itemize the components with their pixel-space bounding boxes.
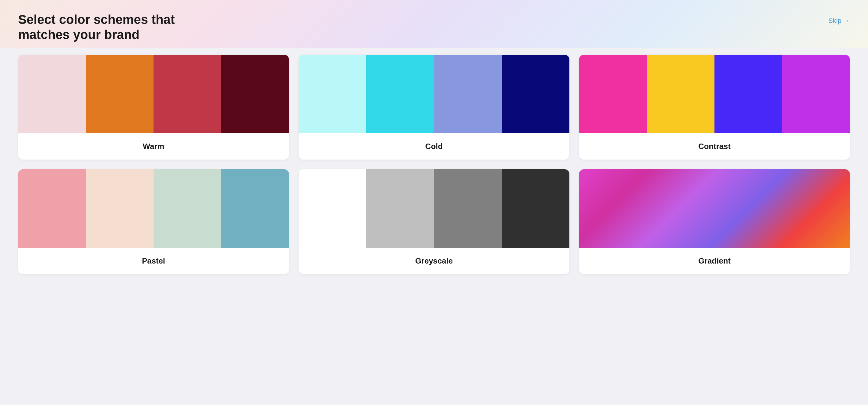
swatch-0 xyxy=(18,169,86,248)
scheme-label-pastel: Pastel xyxy=(18,248,289,274)
scheme-label-greyscale: Greyscale xyxy=(299,248,569,274)
swatch-row xyxy=(579,55,850,133)
swatch-0 xyxy=(579,55,647,133)
swatch-1 xyxy=(647,55,714,133)
swatch-3 xyxy=(782,55,850,133)
color-scheme-grid: Warm Cold Contrast Pastel Greyscale Grad… xyxy=(18,55,850,274)
swatch-row xyxy=(18,169,289,248)
swatch-2 xyxy=(434,169,502,248)
color-scheme-greyscale[interactable]: Greyscale xyxy=(299,169,569,274)
gradient-swatch xyxy=(579,169,850,248)
scheme-label-gradient: Gradient xyxy=(579,248,850,274)
scheme-label-contrast: Contrast xyxy=(579,133,850,160)
swatch-0 xyxy=(299,169,366,248)
swatch-3 xyxy=(502,55,569,133)
swatch-3 xyxy=(502,169,569,248)
color-scheme-warm[interactable]: Warm xyxy=(18,55,289,160)
swatch-2 xyxy=(434,55,502,133)
swatch-1 xyxy=(86,169,154,248)
color-scheme-cold[interactable]: Cold xyxy=(299,55,569,160)
scheme-label-cold: Cold xyxy=(299,133,569,160)
swatch-row xyxy=(18,55,289,133)
swatch-0 xyxy=(299,55,366,133)
color-scheme-contrast[interactable]: Contrast xyxy=(579,55,850,160)
swatch-0 xyxy=(18,55,86,133)
swatch-2 xyxy=(154,169,221,248)
swatch-3 xyxy=(221,55,289,133)
swatch-1 xyxy=(366,169,434,248)
skip-button[interactable]: Skip → xyxy=(829,14,850,27)
color-scheme-gradient[interactable]: Gradient xyxy=(579,169,850,274)
swatch-1 xyxy=(86,55,154,133)
scheme-label-warm: Warm xyxy=(18,133,289,160)
page-title: Select color schemes that matches your b… xyxy=(18,12,199,42)
swatch-2 xyxy=(714,55,782,133)
swatch-3 xyxy=(221,169,289,248)
swatch-1 xyxy=(366,55,434,133)
color-scheme-pastel[interactable]: Pastel xyxy=(18,169,289,274)
swatch-row xyxy=(299,55,569,133)
swatch-row xyxy=(299,169,569,248)
swatch-2 xyxy=(154,55,221,133)
